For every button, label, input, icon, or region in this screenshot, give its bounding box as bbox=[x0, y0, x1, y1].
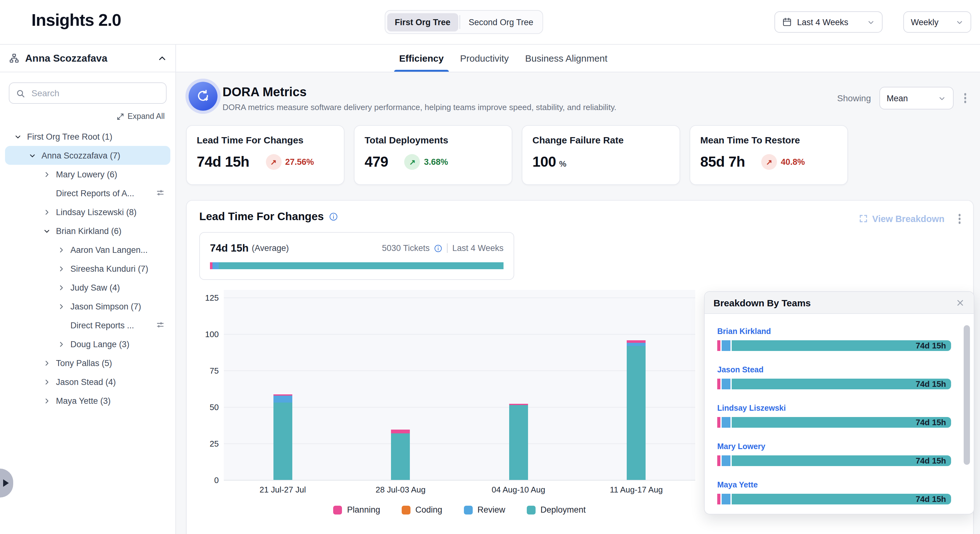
breakdown-panel: Breakdown By Teams Brian Kirkland74d 15h… bbox=[704, 291, 974, 515]
org-tree-tab[interactable]: Second Org Tree bbox=[461, 13, 541, 31]
average-value: 74d 15h bbox=[210, 242, 249, 254]
bar-segment-deployment bbox=[627, 346, 646, 480]
tab-efficiency[interactable]: Efficiency bbox=[399, 45, 444, 72]
bar-segment-planning bbox=[717, 417, 721, 428]
info-icon[interactable] bbox=[329, 212, 338, 222]
breakdown-row: Maya Yette74d 15h bbox=[717, 479, 951, 504]
chevron-right-icon[interactable] bbox=[56, 303, 67, 310]
tree-item-label: Brian Kirkland (6) bbox=[56, 226, 122, 236]
caret-right-icon bbox=[3, 479, 13, 487]
tree-item-label: Anna Scozzafava (7) bbox=[41, 151, 120, 160]
tree-item-label: Maya Yette (3) bbox=[56, 396, 111, 405]
legend-item-review[interactable]: Review bbox=[464, 505, 505, 515]
chevron-right-icon[interactable] bbox=[56, 265, 67, 272]
chevron-right-icon[interactable] bbox=[41, 171, 52, 178]
breakdown-team-link[interactable]: Mary Lowery bbox=[717, 442, 765, 451]
tree-item[interactable]: Jason Stead (4) bbox=[5, 372, 170, 391]
filter-icon[interactable] bbox=[156, 321, 165, 330]
expand-all-button[interactable]: Expand All bbox=[116, 112, 165, 121]
dora-metrics-icon bbox=[189, 82, 218, 111]
breakdown-team-link[interactable]: Brian Kirkland bbox=[717, 327, 771, 336]
tree-item[interactable]: Tony Pallas (5) bbox=[5, 354, 170, 372]
kebab-menu-icon[interactable] bbox=[961, 91, 969, 106]
average-summary-row: 74d 15h (Average) 5030 Tickets Last 4 We… bbox=[200, 233, 514, 254]
legend-item-planning[interactable]: Planning bbox=[333, 505, 380, 515]
tree-item-label: Mary Lowery (6) bbox=[56, 169, 117, 179]
chevron-right-icon[interactable] bbox=[41, 378, 52, 385]
average-stacked-bar bbox=[210, 262, 504, 269]
tree-item[interactable]: Aaron Van Langen... bbox=[5, 240, 170, 259]
tree-item[interactable]: Brian Kirkland (6) bbox=[5, 222, 170, 240]
tree-item[interactable]: Sireesha Kunduri (7) bbox=[5, 259, 170, 278]
top-bar: Insights 2.0 First Org TreeSecond Org Tr… bbox=[0, 0, 980, 45]
info-icon[interactable] bbox=[434, 244, 443, 252]
tree-item[interactable]: Direct Reports of A... bbox=[5, 184, 170, 202]
expand-all-label: Expand All bbox=[127, 112, 165, 121]
breakdown-row: Mary Lowery74d 15h bbox=[717, 440, 951, 466]
close-icon[interactable] bbox=[956, 298, 965, 307]
y-tick-label: 100 bbox=[187, 329, 219, 340]
org-tree-tab[interactable]: First Org Tree bbox=[387, 13, 458, 31]
view-breakdown-button[interactable]: View Breakdown bbox=[858, 214, 945, 224]
chevron-right-icon[interactable] bbox=[56, 246, 67, 253]
showing-select[interactable]: Mean bbox=[879, 87, 953, 110]
breakdown-team-link[interactable]: Jason Stead bbox=[717, 365, 764, 374]
chevron-right-icon[interactable] bbox=[41, 359, 52, 367]
search-box[interactable] bbox=[9, 82, 167, 104]
tree-item[interactable]: Direct Reports ... bbox=[5, 316, 170, 335]
y-tick-label: 25 bbox=[187, 439, 219, 449]
legend-item-coding[interactable]: Coding bbox=[401, 505, 442, 515]
showing-label: Showing bbox=[837, 93, 871, 103]
metric-card: Lead Time For Changes74d 15h↗27.56% bbox=[186, 125, 344, 185]
legend-item-deployment[interactable]: Deployment bbox=[527, 505, 586, 515]
tree-item[interactable]: Judy Saw (4) bbox=[5, 278, 170, 297]
kebab-menu-icon[interactable] bbox=[956, 211, 963, 226]
dora-section-title: DORA Metrics bbox=[223, 85, 307, 99]
bar-segment-deployment bbox=[391, 433, 410, 480]
bar-segment-deployment: 74d 15h bbox=[732, 379, 951, 389]
tree-item[interactable]: Mary Lowery (6) bbox=[5, 165, 170, 184]
tree-item[interactable]: Anna Scozzafava (7) bbox=[5, 146, 170, 165]
trend-delta: 3.68% bbox=[424, 157, 448, 167]
metric-cards-row: Lead Time For Changes74d 15h↗27.56%Total… bbox=[186, 125, 848, 185]
chevron-right-icon[interactable] bbox=[56, 341, 67, 347]
chevron-right-icon[interactable] bbox=[56, 284, 67, 291]
search-input[interactable] bbox=[30, 88, 160, 99]
breakdown-team-link[interactable]: Maya Yette bbox=[717, 481, 758, 489]
trend-up-arrow-icon: ↗ bbox=[266, 154, 281, 170]
divider bbox=[459, 15, 460, 29]
tree-item[interactable]: Doug Lange (3) bbox=[5, 335, 170, 354]
bar-segment-deployment: 74d 15h bbox=[732, 417, 951, 428]
tree-item[interactable]: Jason Simpson (7) bbox=[5, 297, 170, 316]
chevron-right-icon[interactable] bbox=[41, 397, 52, 404]
tree-item[interactable]: First Org Tree Root (1) bbox=[5, 127, 170, 146]
legend-label: Coding bbox=[415, 505, 442, 515]
gridline bbox=[224, 370, 695, 371]
breakdown-row: Brian Kirkland74d 15h bbox=[717, 325, 951, 351]
chevron-right-icon[interactable] bbox=[41, 209, 52, 215]
gridline bbox=[224, 480, 695, 481]
period-select[interactable]: Last 4 Weeks bbox=[775, 11, 883, 33]
bar-segment-review bbox=[627, 343, 646, 346]
stacked-bar bbox=[509, 403, 528, 480]
tab-business-alignment[interactable]: Business Alignment bbox=[525, 45, 608, 72]
scrollbar-thumb[interactable] bbox=[964, 325, 970, 465]
granularity-select[interactable]: Weekly bbox=[903, 11, 971, 33]
tab-productivity[interactable]: Productivity bbox=[460, 45, 509, 72]
tree-item-label: Sireesha Kunduri (7) bbox=[70, 264, 148, 273]
chevron-down-icon[interactable] bbox=[27, 152, 38, 159]
breakdown-team-link[interactable]: Lindsay Liszewski bbox=[717, 404, 786, 413]
org-chart-icon bbox=[9, 53, 19, 64]
tree-item[interactable]: Maya Yette (3) bbox=[5, 391, 170, 410]
gridline bbox=[224, 407, 695, 408]
main-content: DORA Metrics DORA metrics measure softwa… bbox=[176, 72, 980, 506]
bar-segment-planning bbox=[627, 340, 646, 343]
metric-card: Mean Time To Restore85d 7h↗40.8% bbox=[690, 125, 848, 185]
trend-up-arrow-icon: ↗ bbox=[761, 154, 777, 170]
chevron-down-icon[interactable] bbox=[41, 227, 52, 234]
chevron-up-icon[interactable] bbox=[158, 54, 167, 62]
tree-item[interactable]: Lindsay Liszewski (8) bbox=[5, 202, 170, 222]
bar-segment-planning bbox=[717, 340, 721, 351]
chevron-down-icon[interactable] bbox=[13, 133, 23, 140]
filter-icon[interactable] bbox=[156, 189, 165, 198]
